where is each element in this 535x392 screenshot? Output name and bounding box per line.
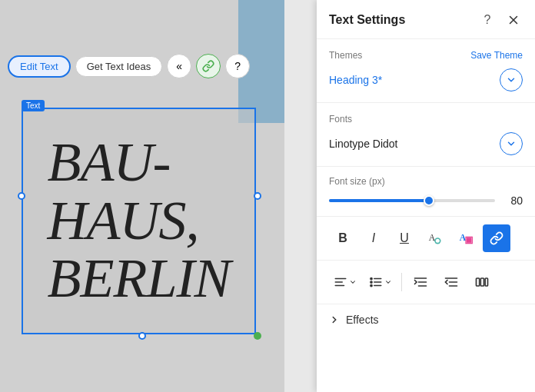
- svg-rect-23: [477, 278, 480, 286]
- indent-decrease-button[interactable]: [407, 268, 434, 296]
- panel-close-button[interactable]: [504, 11, 523, 29]
- theme-name: Heading 3*: [329, 74, 382, 86]
- svg-point-4: [436, 239, 440, 243]
- text-toolbar: Edit Text Get Text Ideas « ?: [8, 54, 250, 78]
- column-layout-button[interactable]: [468, 268, 496, 296]
- svg-rect-7: [467, 238, 472, 243]
- fonts-section-header: Fonts: [329, 114, 523, 125]
- format-section: B I U A: [317, 217, 535, 261]
- resize-handle-bottom-right[interactable]: [254, 332, 261, 340]
- svg-point-16: [371, 284, 372, 286]
- alignment-row: [329, 268, 523, 296]
- text-settings-panel: Text Settings ? Themes Save Theme Headin…: [317, 0, 535, 392]
- font-size-slider-track: [329, 199, 495, 202]
- slider-thumb[interactable]: [424, 195, 434, 206]
- fonts-label: Fonts: [329, 114, 352, 125]
- panel-help-button[interactable]: ?: [478, 11, 497, 29]
- themes-section-header: Themes Save Theme: [329, 50, 523, 61]
- color-dropper-button[interactable]: A: [421, 224, 449, 252]
- help-icon[interactable]: ?: [225, 54, 250, 78]
- list-dropdown[interactable]: [364, 268, 397, 296]
- link-format-button[interactable]: [483, 224, 510, 252]
- underline-button[interactable]: U: [390, 224, 418, 252]
- resize-handle-left[interactable]: [18, 192, 25, 200]
- font-size-slider-row: 80: [329, 194, 523, 207]
- font-size-section: Font size (px) 80: [317, 167, 535, 217]
- panel-title: Text Settings: [329, 13, 405, 27]
- text-box[interactable]: BAU-HAUS,BERLIN: [22, 108, 256, 334]
- separator: [401, 273, 402, 291]
- effects-section: Effects: [317, 304, 535, 335]
- panel-header: Text Settings ?: [317, 0, 535, 39]
- font-size-value: 80: [504, 194, 523, 207]
- alignment-section: [317, 261, 535, 304]
- color-text-button[interactable]: A: [452, 224, 480, 252]
- slider-fill: [329, 199, 429, 202]
- resize-handle-bottom[interactable]: [138, 332, 146, 340]
- panel-body: Themes Save Theme Heading 3* Fonts Linot…: [317, 39, 535, 392]
- effects-label: Effects: [346, 314, 379, 326]
- effects-header[interactable]: Effects: [329, 314, 523, 326]
- edit-text-button[interactable]: Edit Text: [8, 55, 71, 78]
- font-name: Linotype Didot: [329, 138, 398, 150]
- themes-label: Themes: [329, 50, 362, 61]
- bold-button[interactable]: B: [329, 224, 357, 252]
- fonts-dropdown-button[interactable]: [500, 132, 523, 155]
- fonts-section: Fonts Linotype Didot: [317, 103, 535, 167]
- format-row: B I U A: [329, 224, 523, 252]
- save-theme-link[interactable]: Save Theme: [470, 50, 523, 61]
- indent-increase-button[interactable]: [437, 268, 465, 296]
- svg-point-14: [371, 277, 372, 279]
- themes-dropdown-button[interactable]: [500, 68, 523, 91]
- theme-row: Heading 3*: [329, 68, 523, 91]
- font-row: Linotype Didot: [329, 132, 523, 155]
- panel-header-icons: ?: [478, 11, 523, 29]
- svg-rect-24: [480, 278, 483, 286]
- italic-button[interactable]: I: [360, 224, 387, 252]
- svg-rect-25: [485, 278, 487, 286]
- canvas-area: Edit Text Get Text Ideas « ? Text BAU-HA…: [0, 0, 284, 392]
- themes-section: Themes Save Theme Heading 3*: [317, 39, 535, 103]
- get-text-ideas-button[interactable]: Get Text Ideas: [75, 56, 163, 77]
- svg-point-15: [371, 281, 372, 283]
- history-back-icon[interactable]: «: [167, 54, 191, 78]
- align-left-dropdown[interactable]: [329, 268, 361, 296]
- link-icon[interactable]: [196, 54, 221, 78]
- svg-text:A: A: [460, 233, 467, 243]
- text-badge: Text: [22, 100, 45, 111]
- resize-handle-right[interactable]: [254, 192, 261, 200]
- text-box-content: BAU-HAUS,BERLIN: [36, 126, 242, 316]
- font-size-label: Font size (px): [329, 176, 523, 187]
